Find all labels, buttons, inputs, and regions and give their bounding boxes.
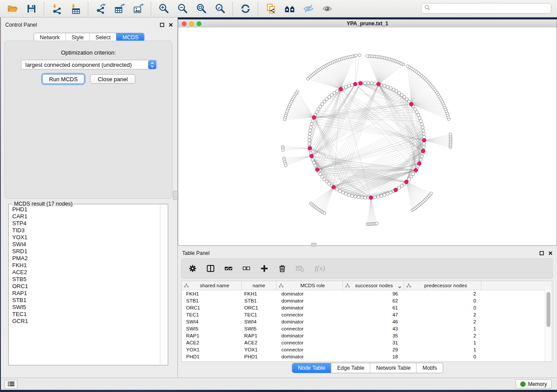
node-table-scrollbar[interactable] [545,290,552,361]
mcds-result-item[interactable]: GCR1 [9,318,160,325]
open-file-icon[interactable] [7,3,18,14]
cell-MCDS-role: connector [277,325,343,332]
mcds-result-item[interactable]: YOX1 [9,234,160,241]
table-settings-icon[interactable] [188,264,197,273]
cell-predecessor-nodes: 0 [404,297,481,304]
tab-mcds[interactable]: MCDS [116,33,144,41]
criterion-dropdown[interactable]: largest connected component (undirected) [21,60,157,69]
mcds-result-item[interactable]: PMA2 [9,255,160,262]
export-network-icon[interactable] [95,3,107,14]
window-zoom-button[interactable] [197,21,201,26]
network-window-titlebar[interactable]: YPA_prune.txt_1 [178,20,557,28]
tab-network-table[interactable]: Network Table [370,363,416,373]
cell-name: SWI4 [242,318,277,325]
close-panel-icon[interactable] [168,23,173,28]
memory-button[interactable]: Memory [515,379,552,389]
column-header-MCDS-role[interactable]: MCDS role [277,281,343,290]
add-row-icon[interactable] [259,264,269,273]
window-close-button[interactable] [182,21,187,26]
column-header-predecessor-nodes[interactable]: predecessor nodes [404,281,481,290]
search-box[interactable] [421,3,551,14]
mcds-result-item[interactable]: STB1 [9,297,160,304]
mcds-result-item[interactable]: SWI5 [9,304,160,311]
cell-MCDS-role: connector [277,311,343,318]
deselect-all-icon[interactable] [242,264,251,273]
export-image-icon[interactable] [132,3,144,14]
mcds-result-scrollbar[interactable] [160,205,166,364]
network-canvas[interactable] [178,28,557,245]
table-row[interactable]: RAP1RAP1dominator352 [182,332,552,339]
float-panel-icon[interactable] [539,251,544,256]
scrollbar-thumb[interactable] [547,292,550,327]
column-namespace-icon [345,283,350,288]
export-table-icon[interactable] [114,3,125,14]
column-header-successor-nodes[interactable]: successor nodes [343,281,404,290]
mcds-result-item[interactable]: SRD1 [9,248,160,255]
mcds-result-item[interactable]: TEC1 [9,311,160,318]
table-row[interactable]: SWI4SWI4dominator462 [182,318,552,325]
tab-motifs[interactable]: Motifs [416,363,443,373]
mcds-result-item[interactable]: STP4 [9,220,160,227]
show-all-icon[interactable] [321,3,333,14]
tab-node-table[interactable]: Node Table [292,363,331,373]
function-builder-icon: f(x) [313,264,326,273]
search-input[interactable] [432,5,548,12]
table-row[interactable]: ORC1ORC1dominator610 [182,304,552,311]
close-panel-button[interactable]: Close panel [90,74,135,84]
float-panel-icon[interactable] [159,23,164,28]
zoom-selected-icon[interactable] [214,3,226,14]
hide-selected-icon[interactable] [302,3,314,14]
mcds-result-item[interactable]: TID3 [9,227,160,234]
table-row[interactable]: STB1STB1dominator620 [182,297,552,304]
network-graph[interactable] [178,28,557,245]
table-row[interactable]: YOX1YOX1connector291 [182,346,552,353]
close-panel-icon[interactable] [548,251,553,256]
horizontal-splitter-handle[interactable] [311,243,317,247]
tab-edge-table[interactable]: Edge Table [331,363,370,373]
tab-network[interactable]: Network [34,33,66,41]
clone-network-icon[interactable] [265,3,277,14]
cell-shared-name: FKH1 [182,290,242,297]
mcds-result-item[interactable]: SWI4 [9,241,160,248]
table-row[interactable]: FKH1FKH1dominator962 [182,290,552,297]
column-namespace-icon [406,283,411,288]
mcds-result-item[interactable]: RAP1 [9,290,160,297]
zoom-out-icon[interactable] [176,3,188,14]
tab-select[interactable]: Select [90,33,117,41]
save-session-icon[interactable] [25,3,37,14]
table-row[interactable]: TEC1TEC1connector472 [182,311,552,318]
mcds-result-item[interactable]: ACE2 [9,269,160,276]
cell-MCDS-role: dominator [277,332,343,339]
zoom-fit-icon[interactable] [195,3,207,14]
vertical-splitter-handle[interactable] [173,191,178,200]
cell-successor-nodes: 29 [343,346,404,353]
first-neighbors-icon[interactable] [284,3,295,14]
mcds-result-item[interactable]: FKH1 [9,262,160,269]
cell-MCDS-role: dominator [277,297,343,304]
tab-style[interactable]: Style [66,33,90,41]
cell-predecessor-nodes: 1 [404,339,481,346]
import-network-icon[interactable] [51,3,62,14]
mcds-result-item[interactable]: CAR1 [9,213,160,220]
run-mcds-button[interactable]: Run MCDS [42,74,84,84]
select-all-icon[interactable] [224,264,233,273]
zoom-in-icon[interactable] [158,3,170,14]
column-header-label: shared name [190,283,239,288]
refresh-view-icon[interactable] [239,3,251,14]
mcds-result-item[interactable]: ORC1 [9,283,160,290]
column-header-shared-name[interactable]: shared name [182,281,242,290]
status-menu-button[interactable] [4,380,17,389]
criterion-dropdown-value: largest connected component (undirected) [21,62,148,68]
column-header-name[interactable]: name [242,281,277,290]
table-row[interactable]: ACE2ACE2connector311 [182,339,552,346]
mcds-result-list[interactable]: PHD1CAR1STP4TID3YOX1SWI4SRD1PMA2FKH1ACE2… [9,206,160,364]
table-row[interactable]: PHD1PHD1dominator180 [182,353,552,360]
show-columns-icon[interactable] [206,264,215,273]
cell-MCDS-role: dominator [277,304,343,311]
window-minimize-button[interactable] [189,21,194,26]
import-table-icon[interactable] [69,3,81,14]
mcds-result-item[interactable]: PHD1 [9,206,160,213]
mcds-result-item[interactable]: STB5 [9,276,160,283]
table-row[interactable]: SWI5SWI5connector431 [182,325,552,332]
delete-rows-icon[interactable] [277,264,287,273]
